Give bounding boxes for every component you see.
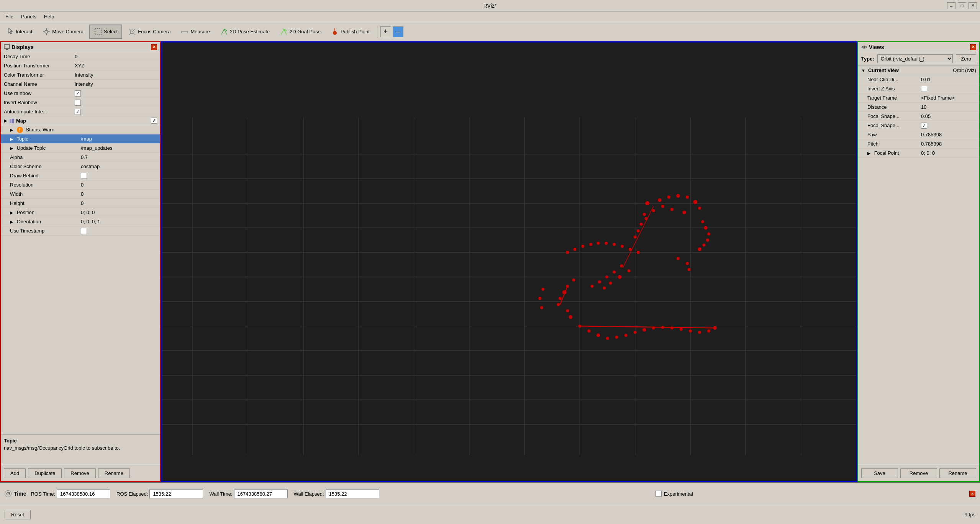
views-type-select[interactable]: Orbit (rviz_default_): [877, 54, 953, 63]
topic-expand[interactable]: ▶: [10, 137, 15, 142]
pose-estimate-button[interactable]: 2D Pose Estimate: [216, 25, 274, 39]
svg-point-38: [693, 200, 697, 204]
views-buttons: Save Remove Rename: [858, 465, 979, 481]
minimize-button[interactable]: –: [947, 2, 955, 9]
prop-position-row-label: ▶ Position: [10, 210, 81, 215]
prop-use-timestamp[interactable]: Use Timestamp: [1, 226, 160, 236]
select-button[interactable]: Select: [89, 25, 122, 39]
interact-button[interactable]: Interact: [2, 25, 36, 39]
prop-position-value: XYZ: [75, 63, 157, 69]
prop-invert-rainbow[interactable]: Invert Rainbow: [1, 98, 160, 107]
update-topic-expand[interactable]: ▶: [10, 146, 15, 151]
reset-button[interactable]: Reset: [5, 510, 31, 519]
menu-file[interactable]: File: [2, 13, 17, 21]
prop-status-label: ▶ ! Status: Warn: [10, 127, 81, 133]
view-pitch: Pitch 0.785398: [858, 139, 979, 149]
views-rename-button[interactable]: Rename: [939, 468, 976, 478]
use-rainbow-checkbox[interactable]: [75, 90, 81, 97]
goal-pose-button[interactable]: 2D Goal Pose: [275, 25, 325, 39]
svg-point-106: [864, 46, 865, 48]
invert-rainbow-checkbox[interactable]: [75, 100, 81, 106]
experimental-checkbox[interactable]: [656, 491, 662, 497]
view-target-frame-label: Target Frame: [867, 95, 921, 101]
views-panel-close[interactable]: ✕: [970, 44, 976, 50]
toolbar-remove-button[interactable]: –: [393, 26, 403, 37]
svg-point-48: [706, 239, 709, 241]
menu-panels[interactable]: Panels: [17, 13, 40, 21]
map-section-header[interactable]: ▶ Map: [1, 116, 160, 125]
focal-point-expand[interactable]: ▶: [867, 151, 873, 156]
svg-point-87: [574, 248, 576, 251]
orientation-expand[interactable]: ▶: [10, 219, 15, 224]
position-expand[interactable]: ▶: [10, 210, 15, 215]
prop-orientation-label: ▶ Orientation: [10, 219, 81, 224]
svg-point-57: [603, 287, 605, 289]
draw-behind-checkbox[interactable]: [81, 173, 87, 179]
map-expand-arrow[interactable]: ▶: [4, 118, 9, 123]
goal-pose-icon: [280, 28, 288, 36]
goal-pose-label: 2D Goal Pose: [290, 29, 321, 34]
publish-point-button[interactable]: Publish Point: [326, 25, 374, 39]
status-expand[interactable]: ▶: [10, 128, 15, 133]
map-icon: [9, 118, 15, 124]
svg-point-86: [566, 251, 569, 254]
prop-orientation: ▶ Orientation 0; 0; 0; 1: [1, 217, 160, 226]
prop-width: Width 0: [1, 190, 160, 199]
prop-alpha: Alpha 0.7: [1, 153, 160, 162]
prop-topic[interactable]: ▶ Topic /map: [1, 134, 160, 144]
svg-point-62: [557, 303, 559, 306]
close-button[interactable]: ✕: [969, 2, 977, 9]
views-remove-button[interactable]: Remove: [900, 468, 937, 478]
prop-draw-behind[interactable]: Draw Behind: [1, 171, 160, 180]
svg-point-42: [662, 205, 664, 207]
map-section-checkbox[interactable]: [151, 118, 157, 124]
maximize-button[interactable]: □: [958, 2, 966, 9]
svg-point-53: [688, 269, 690, 271]
displays-panel-close[interactable]: ✕: [151, 44, 157, 50]
displays-info-title: Topic: [4, 438, 157, 444]
remove-button[interactable]: Remove: [64, 468, 95, 478]
prop-color-scheme-label: Color Scheme: [10, 164, 81, 169]
view-distance-value: 10: [921, 104, 976, 110]
select-icon: [94, 28, 102, 36]
view-yaw-value: 0.785398: [921, 132, 976, 138]
view-focal-shape-visible[interactable]: Focal Shape...: [858, 121, 979, 130]
use-timestamp-checkbox[interactable]: [81, 228, 87, 234]
displays-scroll[interactable]: Decay Time 0 Position Transformer XYZ Co…: [1, 52, 160, 434]
prop-height-label: Height: [10, 200, 81, 206]
duplicate-button[interactable]: Duplicate: [28, 468, 62, 478]
prop-position-label: Position Transformer: [4, 63, 75, 69]
displays-info-text: nav_msgs/msg/OccupancyGrid topic to subs…: [4, 445, 157, 451]
views-save-button[interactable]: Save: [861, 468, 898, 478]
time-bar: ⏱ Time ROS Time: 1674338580.16 ROS Elaps…: [0, 482, 980, 505]
focus-camera-button[interactable]: Focus Camera: [124, 25, 175, 39]
menu-help[interactable]: Help: [40, 13, 58, 21]
prop-use-rainbow[interactable]: Use rainbow: [1, 89, 160, 98]
viewport-panel[interactable]: [161, 41, 857, 482]
views-scroll[interactable]: ▼ Current View Orbit (rviz) Near Clip Di…: [858, 66, 979, 465]
prop-alpha-label: Alpha: [10, 154, 81, 160]
toolbar-add-button[interactable]: +: [380, 26, 391, 37]
views-zero-button[interactable]: Zero: [956, 54, 976, 63]
view-focal-shape-size-label: Focal Shape...: [867, 113, 921, 119]
add-button[interactable]: Add: [4, 468, 26, 478]
prop-autocompute[interactable]: Autocompute Inte...: [1, 107, 160, 116]
menubar: File Panels Help: [0, 11, 980, 22]
svg-rect-6: [10, 119, 11, 123]
titlebar: RViz* – □ ✕: [0, 0, 980, 11]
current-view-expand[interactable]: ▼: [861, 68, 867, 73]
toolbar: Interact Move Camera Select Focus Camera: [0, 22, 980, 41]
time-close-button[interactable]: ✕: [969, 491, 975, 497]
measure-button[interactable]: Measure: [176, 25, 214, 39]
svg-point-58: [572, 279, 575, 281]
svg-point-55: [618, 275, 621, 278]
displays-panel-header-icon: [4, 44, 11, 50]
invert-z-checkbox[interactable]: [921, 86, 927, 92]
autocompute-checkbox[interactable]: [75, 109, 81, 115]
focal-shape-checkbox[interactable]: [921, 123, 927, 129]
current-view-header: ▼ Current View Orbit (rviz): [858, 66, 979, 75]
move-camera-button[interactable]: Move Camera: [38, 25, 88, 39]
rename-button[interactable]: Rename: [98, 468, 130, 478]
view-focal-shape-size: Focal Shape... 0.05: [858, 112, 979, 121]
view-invert-z[interactable]: Invert Z Axis: [858, 84, 979, 93]
